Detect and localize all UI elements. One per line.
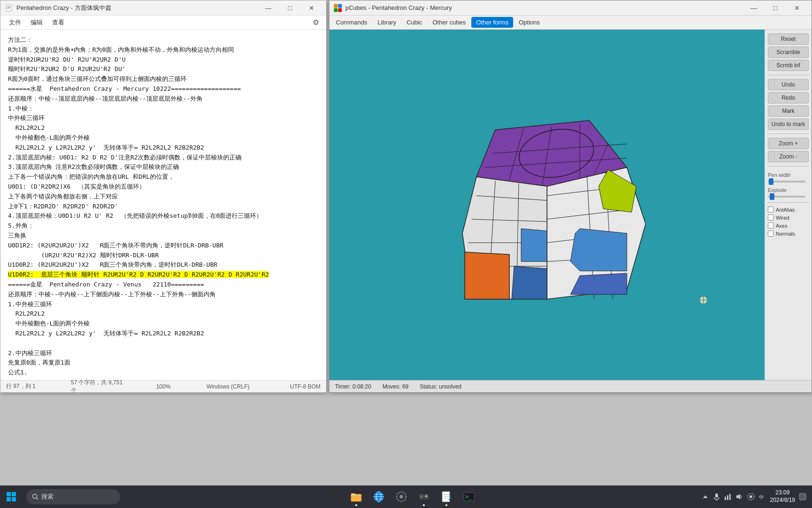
wired-checkbox[interactable] [768, 214, 774, 221]
language-icon[interactable]: 中 [759, 493, 766, 500]
taskbar-app-settings[interactable] [391, 486, 412, 507]
antialias-row: AntAlias [768, 206, 809, 213]
pen-width-slider[interactable] [768, 181, 805, 183]
cursor-indicator [699, 295, 708, 305]
wired-row: Wired [768, 214, 809, 221]
normals-checkbox[interactable] [768, 230, 774, 237]
settings-icon[interactable]: ⚙ [309, 16, 322, 29]
pcubes-icon [333, 3, 343, 13]
svg-marker-34 [521, 229, 547, 262]
normals-row: Normals [768, 230, 809, 237]
status-label: Status: unsolved [420, 383, 461, 390]
taskbar-clock[interactable]: 23:09 2024/8/19 [770, 489, 795, 504]
scramble-button[interactable]: Scramble [768, 47, 809, 58]
taskbar-apps: >_ [124, 486, 702, 507]
chevron-up-icon[interactable] [702, 493, 709, 500]
terminal-icon: >_ [463, 491, 475, 503]
menu-other-cubes[interactable]: Other cubes [428, 17, 470, 28]
reset-button[interactable]: Reset [768, 33, 809, 45]
pcubes-close-button[interactable]: ✕ [786, 0, 808, 16]
notepad-text-area[interactable]: 方法二： R为1面，交换的是外角+内角；R为0面，内角和外棱不动，外角和内棱运动… [0, 30, 326, 380]
clock-date: 2024/8/19 [770, 497, 795, 504]
pcubes-titlebar: pCubes - Pentahedron Crazy - Mercury — □… [329, 0, 812, 16]
menu-file[interactable]: 文件 [4, 16, 26, 29]
taskbar-app-games[interactable] [414, 486, 434, 507]
svg-marker-35 [512, 266, 547, 299]
svg-point-51 [399, 495, 403, 499]
taskbar-app-browser[interactable] [368, 486, 389, 507]
notification-icon[interactable] [799, 493, 806, 500]
explode-slider[interactable] [768, 196, 805, 198]
svg-rect-41 [7, 497, 11, 501]
start-button[interactable] [0, 485, 23, 508]
explode-thumb[interactable] [770, 193, 774, 200]
pcubes-statusbar: Timer: 0:08:20 Moves: 69 Status: unsolve… [329, 380, 812, 392]
axes-label: Axes [776, 223, 787, 229]
svg-rect-0 [6, 5, 11, 11]
settings-cog-icon[interactable] [747, 492, 755, 501]
taskbar-app-notepad[interactable] [436, 486, 457, 507]
char-count: 57 个字符，共 9,751 个 [71, 379, 126, 395]
charset-label: UTF-8 BOM [265, 383, 320, 390]
svg-point-70 [750, 495, 752, 498]
volume-icon[interactable] [735, 493, 743, 500]
network-icon[interactable] [724, 493, 732, 500]
zoom-minus-button[interactable]: Zoom - [768, 151, 809, 162]
clock-time: 23:09 [770, 489, 795, 497]
maximize-button[interactable]: □ [279, 0, 301, 16]
search-placeholder: 搜索 [41, 492, 54, 501]
scrmb-inf-button[interactable]: Scrmb inf [768, 60, 809, 71]
notepad-icon-taskbar [440, 491, 453, 503]
antialias-label: AntAlias [776, 207, 795, 213]
axes-checkbox[interactable] [768, 222, 774, 229]
redo-button[interactable]: Redo [768, 92, 809, 103]
mark-button[interactable]: Mark [768, 105, 809, 117]
svg-text:>_: >_ [465, 493, 472, 500]
svg-rect-57 [442, 492, 450, 502]
taskbar-app-terminal[interactable]: >_ [459, 486, 479, 507]
notepad-statusbar: 行 97，列 1 57 个字符，共 9,751 个 100% Windows (… [0, 380, 326, 392]
moves-label: Moves: 69 [383, 383, 408, 390]
minimize-button[interactable]: — [258, 0, 279, 16]
undo-button[interactable]: Undo [768, 79, 809, 90]
pen-width-thumb[interactable] [769, 178, 773, 185]
pcubes-body: Reset Scramble Scrmb inf Undo Redo Mark … [329, 30, 812, 380]
menu-commands[interactable]: Commands [331, 17, 372, 28]
menu-view[interactable]: 查看 [47, 16, 69, 29]
menu-library[interactable]: Library [373, 17, 401, 28]
svg-rect-5 [338, 4, 342, 8]
menu-other-forms[interactable]: Other forms [471, 17, 513, 28]
pcubes-window: pCubes - Pentahedron Crazy - Mercury — □… [329, 0, 812, 393]
close-button[interactable]: ✕ [301, 0, 322, 16]
pcubes-canvas[interactable] [329, 30, 765, 380]
svg-rect-66 [725, 497, 726, 500]
pcubes-minimize-button[interactable]: — [743, 0, 765, 16]
divider-4 [768, 202, 809, 203]
menu-cubic[interactable]: Cubic [402, 17, 427, 28]
cube-svg [448, 92, 646, 318]
zoom-plus-button[interactable]: Zoom + [768, 138, 809, 149]
pcubes-title: pCubes - Pentahedron Crazy - Mercury [345, 4, 743, 11]
svg-point-54 [420, 495, 423, 498]
taskbar-search[interactable]: 搜索 [26, 489, 120, 504]
divider-2 [768, 134, 809, 134]
menu-edit[interactable]: 编辑 [26, 16, 47, 29]
svg-rect-67 [727, 495, 728, 500]
menu-options[interactable]: Options [514, 17, 545, 28]
notepad-icon [4, 3, 14, 13]
search-icon [32, 493, 39, 500]
pcubes-maximize-button[interactable]: □ [765, 0, 786, 16]
normals-label: Normals [776, 231, 795, 237]
microphone-icon[interactable] [713, 493, 720, 500]
svg-rect-42 [12, 497, 16, 501]
svg-rect-6 [334, 8, 337, 12]
svg-marker-69 [736, 494, 740, 500]
pcubes-sidebar: Reset Scramble Scrmb inf Undo Redo Mark … [765, 30, 812, 380]
divider-1 [768, 75, 809, 75]
undo-to-mark-button[interactable]: Undo to mark [768, 119, 809, 130]
svg-marker-23 [570, 229, 627, 271]
taskbar-app-explorer[interactable] [346, 486, 367, 507]
notepad-title: Pentahedron Crazy - 方面体疯中篇 [16, 4, 258, 12]
svg-rect-68 [729, 494, 731, 500]
antialias-checkbox[interactable] [768, 206, 774, 213]
